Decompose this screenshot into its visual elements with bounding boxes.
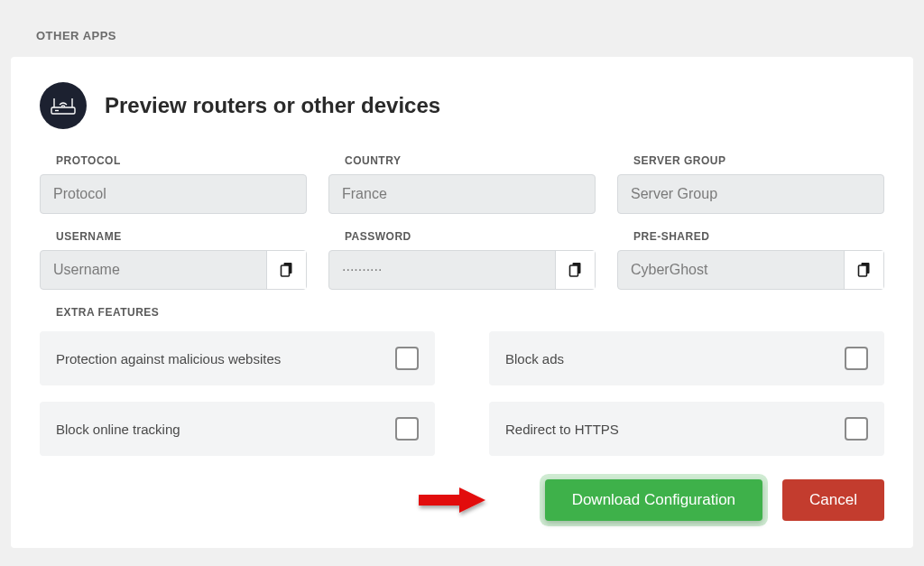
card-title: Preview routers or other devices: [105, 93, 440, 118]
server-group-input[interactable]: [618, 175, 883, 213]
svg-marker-11: [459, 487, 485, 513]
router-config-card: Preview routers or other devices PROTOCO…: [11, 57, 913, 548]
svg-rect-5: [281, 265, 289, 276]
username-label: USERNAME: [56, 230, 307, 243]
protocol-field-group: PROTOCOL: [40, 154, 307, 214]
copy-username-button[interactable]: [266, 251, 306, 289]
svg-rect-9: [858, 265, 866, 276]
extra-tracking[interactable]: Block online tracking: [40, 402, 435, 456]
button-row: Download Configuration Cancel: [40, 479, 884, 521]
extra-https-checkbox[interactable]: [845, 417, 868, 441]
extra-https[interactable]: Redirect to HTTPS: [489, 402, 884, 456]
extra-ads[interactable]: Block ads: [489, 331, 884, 385]
copy-password-button[interactable]: [555, 251, 595, 289]
country-label: COUNTRY: [345, 154, 596, 167]
username-input[interactable]: [41, 251, 266, 289]
country-field-group: COUNTRY: [328, 154, 596, 214]
svg-rect-0: [51, 107, 75, 114]
copy-icon: [280, 262, 294, 278]
password-input[interactable]: [329, 251, 555, 289]
extra-ads-label: Block ads: [505, 351, 564, 367]
download-configuration-button[interactable]: Download Configuration: [545, 479, 762, 521]
password-label: PASSWORD: [345, 230, 596, 243]
copy-icon: [568, 262, 583, 278]
extra-malicious[interactable]: Protection against malicious websites: [40, 331, 435, 385]
copy-preshared-button[interactable]: [844, 251, 883, 289]
preshared-label: PRE-SHARED: [633, 230, 884, 243]
copy-icon: [857, 262, 872, 278]
section-label: OTHER APPS: [36, 29, 913, 42]
field-row-2: USERNAME PASSWORD: [40, 230, 884, 290]
svg-rect-7: [569, 265, 578, 276]
extra-malicious-label: Protection against malicious websites: [56, 351, 281, 367]
extra-ads-checkbox[interactable]: [845, 347, 868, 370]
cancel-button[interactable]: Cancel: [782, 479, 884, 521]
server-group-field-group: SERVER GROUP: [617, 154, 884, 214]
protocol-label: PROTOCOL: [56, 154, 307, 167]
country-input[interactable]: [329, 175, 595, 213]
extra-https-label: Redirect to HTTPS: [505, 422, 619, 437]
preshared-input[interactable]: [618, 251, 844, 289]
username-field-group: USERNAME: [40, 230, 307, 290]
router-icon: [40, 82, 87, 129]
protocol-input[interactable]: [41, 175, 306, 213]
field-row-1: PROTOCOL COUNTRY SERVER GROUP: [40, 154, 884, 214]
password-field-group: PASSWORD: [328, 230, 596, 290]
extra-tracking-label: Block online tracking: [56, 422, 180, 437]
card-header: Preview routers or other devices: [40, 82, 884, 129]
highlight-arrow-icon: [411, 482, 493, 518]
preshared-field-group: PRE-SHARED: [617, 230, 884, 290]
extra-features-grid: Protection against malicious websites Bl…: [40, 331, 884, 456]
svg-rect-10: [419, 495, 459, 506]
extra-malicious-checkbox[interactable]: [395, 347, 419, 370]
extra-tracking-checkbox[interactable]: [395, 417, 419, 441]
extra-features-label: EXTRA FEATURES: [56, 306, 884, 319]
server-group-label: SERVER GROUP: [633, 154, 884, 167]
